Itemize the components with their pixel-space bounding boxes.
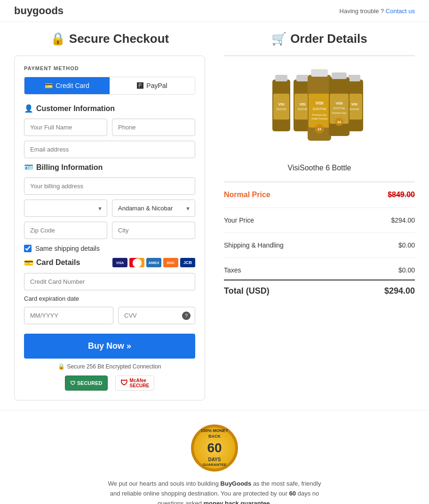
your-price-label: Your Price xyxy=(224,216,254,224)
svg-text:VISI: VISI xyxy=(351,103,357,106)
svg-rect-25 xyxy=(332,72,347,79)
shipping-value: $0.00 xyxy=(398,241,415,249)
lock-icon: 🔒 xyxy=(50,32,65,46)
tab-paypal-label: PayPal xyxy=(146,82,167,89)
cvv-help-icon[interactable]: ? xyxy=(182,312,191,320)
tab-credit-card[interactable]: 💳 Credit Card xyxy=(24,77,110,94)
buy-now-button[interactable]: Buy Now » xyxy=(24,334,195,359)
city-input[interactable] xyxy=(112,222,195,239)
product-name: VisiSoothe 6 Bottle xyxy=(224,164,415,172)
same-shipping-checkbox[interactable] xyxy=(24,245,32,252)
shipping-label: Shipping & Handling xyxy=(224,241,284,249)
expiry-cvv-row: ? xyxy=(24,307,195,324)
svg-rect-2 xyxy=(273,94,289,120)
svg-text:VISI: VISI xyxy=(299,103,305,106)
billing-title-text: Billing Information xyxy=(36,163,103,172)
badge-days: 60 xyxy=(207,440,222,456)
address-input[interactable] xyxy=(24,177,195,195)
country-wrapper: India USA UK ▼ xyxy=(24,200,107,217)
order-title-text: Order Details xyxy=(290,32,367,46)
state-wrapper: Andaman & Nicobar Maharashtra Delhi ▼ xyxy=(112,200,195,217)
divider-2 xyxy=(224,232,415,233)
customer-section-title: 👤 Customer Information xyxy=(24,104,195,113)
customer-title-text: Customer Information xyxy=(36,104,115,113)
cvv-wrapper: ? xyxy=(118,307,195,324)
badge-line3: DAYS xyxy=(208,456,221,463)
zip-city-row xyxy=(24,222,195,239)
payment-method-label: PAYMENT METHOD xyxy=(24,65,195,71)
product-image: VISI SOOTHE VISI SOOTHE VISI xyxy=(263,61,376,155)
paypal-icon: 🅿 xyxy=(137,82,143,89)
country-state-row: India USA UK ▼ Andaman & Nicobar Maharas… xyxy=(24,200,195,217)
total-label: Total (USD) xyxy=(224,286,270,296)
card-section-title: 💳 Card Details xyxy=(24,258,80,267)
svg-text:VISI: VISI xyxy=(315,101,323,105)
total-row: Total (USD) $294.00 xyxy=(224,280,415,300)
full-name-input[interactable] xyxy=(24,119,107,136)
taxes-row: Taxes $0.00 xyxy=(224,263,415,278)
name-phone-row xyxy=(24,119,195,136)
normal-price-value: $849.00 xyxy=(388,191,415,199)
country-select[interactable]: India USA UK xyxy=(24,200,107,217)
checkout-title-text: Secure Checkout xyxy=(69,32,169,46)
svg-rect-1 xyxy=(275,75,287,81)
svg-text:Health Formula: Health Formula xyxy=(311,117,327,120)
same-shipping-label: Same shipping details xyxy=(35,245,100,252)
card-details-header: 💳 Card Details VISA ⬤ AMEX DISC JCB xyxy=(24,258,195,267)
email-row xyxy=(24,141,195,158)
mcafee-icon: 🛡 xyxy=(120,379,128,387)
payment-tabs: 💳 Credit Card 🅿 PayPal xyxy=(24,77,195,95)
svg-text:VISI: VISI xyxy=(335,101,342,105)
footer-text: We put our hearts and souls into buildin… xyxy=(106,479,323,504)
mcafee-label: McAfeeSECURE xyxy=(130,378,150,388)
svg-text:SOOTHE: SOOTHE xyxy=(276,108,286,111)
your-price-row: Your Price $294.00 xyxy=(224,213,415,228)
cart-icon: 🛒 xyxy=(271,32,286,46)
checkout-title: 🔒 Secure Checkout xyxy=(14,32,205,46)
security-text: Secure 256 Bit Encrypted Connection xyxy=(67,363,161,370)
price-top-divider xyxy=(224,182,415,182)
state-select[interactable]: Andaman & Nicobar Maharashtra Delhi xyxy=(112,200,195,217)
footer-guarantee: money back guarantee. xyxy=(204,500,272,504)
discover-icon: DISC xyxy=(163,258,178,267)
same-shipping-row: Same shipping details xyxy=(24,245,195,252)
svg-text:VISI: VISI xyxy=(278,103,284,106)
shield-icon: 🛡 xyxy=(70,380,75,386)
card-number-input[interactable] xyxy=(24,273,195,290)
expiry-input[interactable] xyxy=(24,307,113,324)
svg-text:SOOTHE: SOOTHE xyxy=(297,108,308,111)
secured-badge-label: SECURED xyxy=(77,380,103,386)
card-title-text: Card Details xyxy=(36,258,80,267)
svg-text:Premium Eye: Premium Eye xyxy=(332,112,346,114)
order-title: 🛒 Order Details xyxy=(224,32,415,46)
footer-text-part1: We put our hearts and souls into buildin… xyxy=(108,480,221,487)
svg-text:Premium Eye: Premium Eye xyxy=(312,113,326,116)
mastercard-icon: ⬤ xyxy=(129,258,144,267)
tab-paypal[interactable]: 🅿 PayPal xyxy=(110,77,195,94)
your-price-value: $294.00 xyxy=(391,216,415,224)
badge-line4: GUARANTEE xyxy=(203,463,227,467)
order-top-divider xyxy=(224,56,415,56)
logo-text: buygoods xyxy=(14,5,64,16)
taxes-value: $0.00 xyxy=(398,266,415,274)
lock-small-icon: 🔒 xyxy=(58,363,65,370)
left-column: 🔒 Secure Checkout PAYMENT METHOD 💳 Credi… xyxy=(14,32,205,400)
tab-credit-card-label: Credit Card xyxy=(56,82,89,89)
billing-icon: 🪪 xyxy=(24,163,33,172)
divider-3 xyxy=(224,257,415,258)
divider-1 xyxy=(224,208,415,208)
zip-input[interactable] xyxy=(24,222,107,239)
payment-card: PAYMENT METHOD 💳 Credit Card 🅿 PayPal 👤 … xyxy=(14,56,205,400)
normal-price-label: Normal Price xyxy=(224,191,270,199)
phone-input[interactable] xyxy=(112,119,195,136)
trouble-text: Having trouble ? xyxy=(340,8,384,15)
contact-link[interactable]: Contact us xyxy=(386,8,415,15)
svg-text:SOOTHE: SOOTHE xyxy=(333,107,345,110)
svg-rect-17 xyxy=(309,94,330,128)
svg-rect-6 xyxy=(296,75,309,81)
header: buygoods Having trouble ? Contact us xyxy=(0,0,429,22)
svg-text:SOOTHE: SOOTHE xyxy=(312,107,326,111)
money-back-badge: 100% MONEY BACK 60 DAYS GUARANTEE xyxy=(191,424,238,472)
email-input[interactable] xyxy=(24,141,195,158)
shipping-row: Shipping & Handling $0.00 xyxy=(224,238,415,253)
